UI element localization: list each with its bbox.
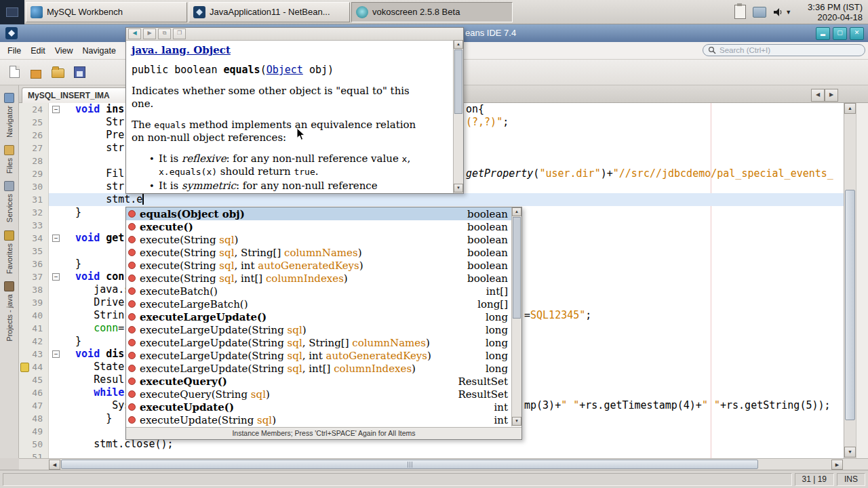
fold-cell: [49, 180, 63, 193]
scroll-up-icon[interactable]: ▲: [512, 207, 521, 216]
navigator-icon: [4, 93, 14, 103]
taskbar-button[interactable]: JavaApplication11 - NetBean...: [189, 2, 350, 22]
tab-scroll-left-button[interactable]: ◀: [811, 89, 825, 102]
horizontal-scroll-thumb[interactable]: [61, 460, 758, 469]
copy-icon[interactable]: ⧉: [158, 28, 171, 39]
completion-item[interactable]: execute(String sql, String[] columnNames…: [126, 246, 511, 259]
fold-cell: [49, 399, 63, 412]
scroll-right-icon[interactable]: ▶: [831, 460, 843, 470]
completion-item-return-type: long: [486, 337, 511, 349]
clock[interactable]: 3:36 PM (IST) 2020-04-18: [798, 2, 863, 22]
completion-item[interactable]: equals(Object obj)boolean: [126, 207, 511, 220]
new-file-button[interactable]: [5, 63, 23, 81]
fold-toggle-icon[interactable]: −: [52, 106, 60, 113]
dock-tab-projects-java[interactable]: Projects - java: [0, 281, 18, 342]
text-segment: executeBatch: [140, 285, 210, 298]
text-segment: }: [106, 412, 112, 424]
menu-navigate[interactable]: Navigate: [78, 46, 121, 56]
completion-item[interactable]: execute(String sql)boolean: [126, 233, 511, 246]
app-launcher-icon[interactable]: [0, 0, 24, 24]
javadoc-scrollbar[interactable]: ▲ ▼: [453, 40, 463, 193]
menu-edit[interactable]: Edit: [26, 46, 50, 56]
code-text[interactable]: stmt.e: [63, 193, 844, 206]
line-number: 43: [19, 348, 49, 361]
taskbar-button[interactable]: MySQL Workbench: [26, 2, 187, 22]
text-segment: columnIndexes: [334, 363, 412, 375]
javadoc-class-link[interactable]: java. lang. Object: [132, 44, 422, 57]
horizontal-scrollbar[interactable]: ◀ ▶: [19, 458, 868, 470]
text-segment: void: [75, 270, 106, 283]
scroll-down-icon[interactable]: ▼: [844, 447, 856, 458]
scroll-down-icon[interactable]: ▼: [512, 417, 521, 426]
scroll-up-icon[interactable]: ▲: [454, 40, 463, 49]
tab-scroll-right-button[interactable]: ▶: [825, 89, 838, 102]
completion-item[interactable]: executeLargeBatch()long[]: [126, 298, 511, 310]
text-segment: executeLargeUpdate: [140, 363, 248, 375]
completion-item-return-type: long: [486, 350, 511, 362]
text-segment: getProperty: [466, 167, 533, 180]
javadoc-scroll-thumb[interactable]: [454, 49, 462, 114]
open-in-browser-icon[interactable]: ❐: [173, 28, 186, 39]
open-project-button[interactable]: [49, 63, 66, 81]
bullet-icon: •: [149, 180, 159, 192]
completion-item-label: executeUpdate(): [140, 401, 234, 413]
fold-toggle-icon[interactable]: −: [52, 350, 60, 358]
scroll-up-icon[interactable]: ▲: [844, 103, 856, 114]
text-segment: columnNames: [352, 337, 426, 349]
save-all-button[interactable]: [71, 63, 88, 81]
completion-item[interactable]: executeQuery()ResultSet: [126, 375, 511, 388]
scroll-left-icon[interactable]: ◀: [49, 460, 60, 470]
volume-control[interactable]: ▼: [773, 7, 791, 17]
vertical-scroll-thumb[interactable]: [845, 190, 855, 420]
text-segment: sql: [251, 388, 266, 401]
fold-toggle-icon[interactable]: −: [52, 273, 60, 281]
vertical-scrollbar[interactable]: ▲ ▼: [844, 103, 856, 458]
completion-item[interactable]: executeUpdate(String sql)int: [126, 413, 511, 426]
scroll-down-icon[interactable]: ▼: [454, 184, 463, 192]
new-file-icon: [9, 66, 20, 78]
text-segment: (String: [248, 324, 287, 336]
text-segment: equals: [154, 120, 186, 130]
dock-tab-files[interactable]: Files: [0, 145, 18, 174]
dock-tab-favorites[interactable]: Favorites: [0, 230, 18, 274]
menu-view[interactable]: View: [50, 46, 78, 56]
menu-file[interactable]: File: [3, 46, 26, 56]
completion-scrollbar[interactable]: ▲ ▼: [511, 207, 521, 426]
completion-item[interactable]: executeLargeUpdate()long: [126, 310, 511, 323]
file-manager-icon[interactable]: [753, 7, 766, 18]
line-number: 49: [19, 425, 49, 438]
clipboard-icon[interactable]: [734, 5, 746, 19]
completion-item[interactable]: executeLargeUpdate(String sql)long: [126, 323, 511, 336]
fold-cell: [49, 206, 63, 219]
completion-item[interactable]: execute(String sql, int[] columnIndexes)…: [126, 272, 511, 285]
completion-item[interactable]: executeLargeUpdate(String sql, int autoG…: [126, 349, 511, 362]
taskbar-button[interactable]: vokoscreen 2.5.8 Beta: [351, 2, 513, 22]
code-text[interactable]: [63, 451, 844, 458]
completion-item[interactable]: execute()boolean: [126, 220, 511, 233]
fold-toggle-icon[interactable]: −: [52, 235, 60, 242]
text-segment: executeUpdate: [140, 414, 218, 426]
completion-item[interactable]: executeQuery(String sql)ResultSet: [126, 388, 511, 401]
minimize-button[interactable]: ▂: [816, 27, 830, 40]
thumb-grip: [410, 462, 410, 468]
completion-item[interactable]: execute(String sql, int autoGeneratedKey…: [126, 259, 511, 272]
completion-item[interactable]: executeUpdate()int: [126, 401, 511, 413]
close-button[interactable]: ✕: [850, 27, 864, 40]
completion-item[interactable]: executeLargeUpdate(String sql, int[] col…: [126, 362, 511, 375]
dock-tab-navigator[interactable]: Navigator: [0, 93, 18, 138]
text-segment: void: [75, 232, 106, 244]
dock-tab-services[interactable]: Services: [0, 181, 18, 222]
completion-item[interactable]: executeBatch()int[]: [126, 285, 511, 298]
text-segment: =: [524, 309, 530, 321]
back-icon[interactable]: ◀: [128, 28, 141, 39]
fold-cell: [49, 335, 63, 348]
completion-item[interactable]: executeLargeUpdate(String sql, String[] …: [126, 336, 511, 349]
forward-icon[interactable]: ▶: [143, 28, 156, 39]
new-project-button[interactable]: [27, 63, 45, 81]
completion-item-label: execute(String sql): [140, 234, 238, 246]
text-segment: ): [359, 260, 363, 272]
maximize-button[interactable]: ▢: [833, 27, 847, 40]
completion-item-label: execute(): [140, 221, 193, 233]
completion-scroll-thumb[interactable]: [513, 217, 521, 319]
search-input[interactable]: Search (Ctrl+I): [703, 44, 865, 56]
